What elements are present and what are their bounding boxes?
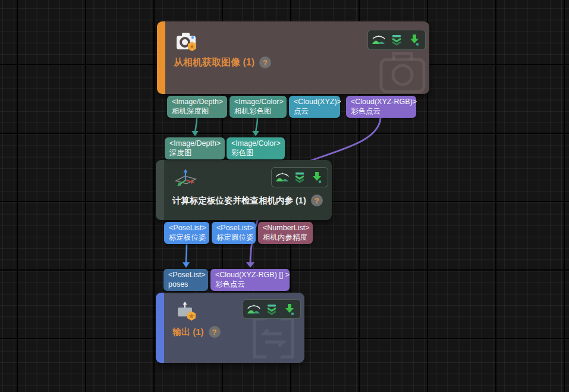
port-camera-depth-output[interactable]: <Image/Depth> 相机深度图 bbox=[167, 96, 227, 118]
output-with-star-icon: ★ bbox=[175, 300, 199, 323]
port-color-cloud-input[interactable]: <Cloud(XYZ-RGB) [] > 彩色点云 bbox=[210, 269, 290, 291]
wire-board-pose[interactable] bbox=[186, 244, 187, 264]
node-graph-canvas[interactable]: ★ 从相机获取图像 (1) ? <Image/Dep bbox=[0, 0, 569, 392]
svg-text:★: ★ bbox=[189, 43, 195, 50]
port-camera-color-output[interactable]: <Image/Color> 相机彩色图 bbox=[230, 96, 287, 118]
port-type: <NumberList> bbox=[263, 223, 310, 233]
port-point-cloud-output[interactable]: <Cloud(XYZ)> 点云 bbox=[289, 96, 340, 118]
port-color-input[interactable]: <Image/Color> 彩色图 bbox=[227, 137, 285, 159]
port-label: 深度图 bbox=[169, 148, 222, 158]
node-title: 计算标定板位姿并检查相机内参 (1) bbox=[172, 195, 306, 206]
port-board-pose-output[interactable]: <PoseList> 标定板位姿 bbox=[164, 222, 209, 244]
port-type: <Cloud(XYZ)> bbox=[294, 97, 338, 106]
coordinate-axes-icon bbox=[174, 168, 199, 189]
wire-arrowhead bbox=[183, 262, 190, 268]
wire-arrowhead bbox=[246, 262, 254, 268]
camera-watermark-icon bbox=[377, 46, 428, 94]
node-accent-strip bbox=[156, 160, 164, 220]
svg-text:★: ★ bbox=[188, 312, 194, 319]
port-intrinsic-accuracy-output[interactable]: <NumberList> 相机内参精度 bbox=[258, 222, 313, 244]
download-result-icon[interactable] bbox=[282, 302, 297, 316]
port-label: poses bbox=[168, 280, 206, 289]
node-title: 从相机获取图像 (1) bbox=[174, 57, 254, 69]
port-label: 彩色点云 bbox=[351, 106, 414, 116]
node-output[interactable]: ★ 输出 (1) ? bbox=[156, 293, 304, 363]
port-color-cloud-output[interactable]: <Cloud(XYZ-RGB)> 彩色点云 bbox=[346, 96, 416, 118]
help-badge[interactable]: ? bbox=[259, 57, 271, 68]
output-watermark-icon bbox=[249, 314, 298, 362]
node-capture-images-from-camera[interactable]: ★ 从相机获取图像 (1) ? bbox=[157, 21, 429, 94]
port-type: <Image/Color> bbox=[234, 97, 284, 106]
node-calc-calibration-pose[interactable]: 计算标定板位姿并检查相机内参 (1) ? bbox=[156, 160, 332, 220]
node-toolbar[interactable] bbox=[271, 167, 328, 187]
port-label: 相机深度图 bbox=[172, 106, 225, 116]
port-label: 相机彩色图 bbox=[234, 106, 284, 116]
preview-image-icon[interactable] bbox=[247, 302, 261, 316]
port-circle-pose-output[interactable]: <PoseList> 标定圆位姿 bbox=[212, 222, 256, 244]
port-label: 彩色点云 bbox=[215, 280, 287, 289]
node-accent-strip bbox=[157, 21, 165, 94]
port-type: <PoseList> bbox=[216, 223, 253, 233]
port-label: 点云 bbox=[294, 106, 338, 116]
port-label: 彩色图 bbox=[231, 148, 282, 158]
port-type: <Image/Color> bbox=[231, 139, 282, 148]
download-result-icon[interactable] bbox=[407, 33, 422, 47]
wire-arrowhead bbox=[252, 131, 259, 136]
wire-camera-color[interactable] bbox=[256, 118, 257, 134]
port-type: <Image/Depth> bbox=[169, 139, 222, 148]
port-label: 标定板位姿 bbox=[169, 233, 207, 242]
port-type: <Cloud(XYZ-RGB)> bbox=[351, 97, 414, 106]
wire-camera-depth[interactable] bbox=[195, 118, 197, 134]
port-type: <Image/Depth> bbox=[172, 97, 225, 106]
collapse-expand-icon[interactable] bbox=[389, 33, 404, 47]
port-label: 相机内参精度 bbox=[263, 233, 310, 242]
help-badge[interactable]: ? bbox=[311, 195, 323, 206]
node-toolbar[interactable] bbox=[243, 299, 301, 319]
port-type: <PoseList> bbox=[169, 223, 207, 233]
collapse-expand-icon[interactable] bbox=[265, 302, 279, 316]
collapse-expand-icon[interactable] bbox=[293, 170, 307, 184]
node-toolbar[interactable] bbox=[367, 30, 426, 50]
node-accent-strip bbox=[156, 293, 164, 363]
port-poses-input[interactable]: <PoseList> poses bbox=[164, 269, 208, 291]
port-label: 标定圆位姿 bbox=[216, 233, 253, 242]
camera-with-star-icon: ★ bbox=[175, 30, 200, 54]
wire-arrowhead bbox=[191, 131, 199, 136]
download-result-icon[interactable] bbox=[310, 170, 324, 184]
port-type: <Cloud(XYZ-RGB) [] > bbox=[215, 270, 287, 280]
help-badge[interactable]: ? bbox=[209, 326, 221, 338]
port-type: <PoseList> bbox=[168, 270, 206, 280]
preview-image-icon[interactable] bbox=[275, 170, 290, 184]
node-title: 输出 (1) bbox=[172, 327, 204, 338]
preview-image-icon[interactable] bbox=[372, 33, 386, 47]
port-depth-input[interactable]: <Image/Depth> 深度图 bbox=[165, 137, 225, 159]
